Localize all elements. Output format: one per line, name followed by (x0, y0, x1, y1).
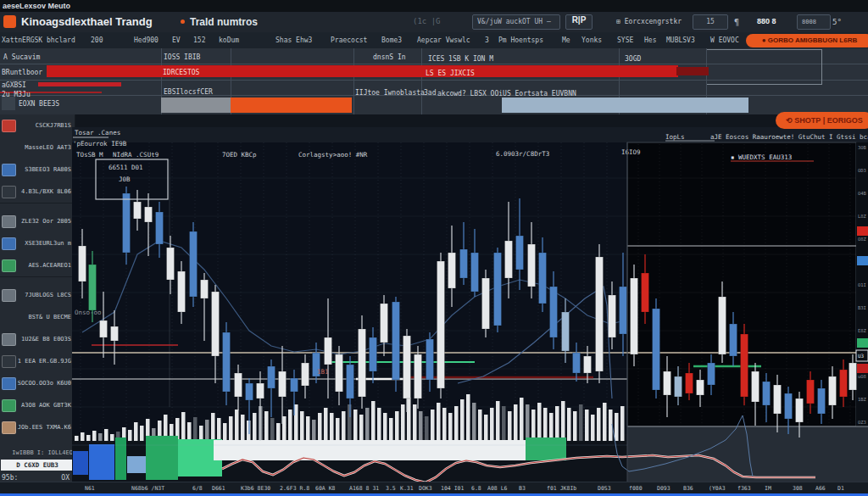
panel-cell-text: dnsnS In (373, 53, 406, 61)
volume-bar (98, 433, 103, 441)
x-axis-label: D093 (657, 485, 670, 492)
watchlist-item[interactable]: A3O8 AOK GBT3K (0, 394, 75, 416)
watchlist-item[interactable]: 1U2&E B8 E0O3S (0, 328, 75, 350)
x-axis-label: D1 (837, 485, 844, 492)
chart-label: 7OED KBCp (222, 151, 257, 159)
app-logo-icon[interactable] (3, 15, 16, 28)
toolbar-item[interactable]: XattnERGSK bhclard (2, 36, 75, 44)
volume-bar (526, 404, 530, 441)
candle-body (460, 249, 468, 278)
volume-bar (442, 408, 447, 441)
counter-2: 8008 (797, 14, 831, 30)
toolbar-item[interactable]: 3 (485, 36, 489, 44)
toolbar-item[interactable]: Hed900 (134, 36, 159, 44)
volume-bar (86, 435, 91, 441)
green-symbol-icon (2, 259, 16, 272)
toolbar-item[interactable]: Aepcar Vwswlc (417, 36, 470, 44)
candle-body (752, 371, 760, 402)
volume-bar (359, 415, 364, 441)
volume-bar (253, 413, 257, 441)
toolbar-item[interactable]: Yonks (581, 36, 602, 44)
oscillator-block (214, 440, 526, 460)
volume-bar (264, 411, 269, 441)
candle-body (763, 382, 771, 405)
watchlist-item[interactable]: BST& U BECME (0, 306, 75, 328)
account-dropdown[interactable]: V&/juW auckOT UH — (472, 14, 560, 30)
extension-label[interactable]: ⊞ Eorcxcengrstkr (616, 18, 682, 25)
volume-bar (478, 410, 482, 441)
volume-bar (181, 412, 186, 441)
toolbar-item[interactable]: Bome3 (381, 36, 402, 44)
watchlist-item[interactable]: 1 EEA ER.GB.9JG (0, 350, 75, 372)
x-axis-label: B3 (519, 485, 526, 492)
watchlist-item[interactable]: ZLE32 Oor 2805 (0, 210, 75, 232)
watchlist-item[interactable]: CSCKJ7RB1S (0, 114, 75, 137)
volume-bar (407, 398, 411, 441)
x-axis-label: (Y0A3 (709, 485, 726, 492)
volume-bar (437, 403, 441, 441)
secondary-cta-button[interactable]: ⟲ SHOTP | EORIGOS (776, 112, 868, 129)
watchlist-item[interactable]: AES.ACEAREO1 (0, 254, 75, 276)
toolbar-item[interactable]: Pm Hoentsps (498, 36, 543, 44)
toolbar-item[interactable]: 152 (193, 36, 205, 44)
dark-symbol-icon (2, 355, 16, 368)
candle-body (347, 365, 354, 398)
toolbar-item[interactable]: MUBLSV3 (666, 36, 695, 44)
paragraph-icon[interactable]: ¶ (734, 18, 739, 27)
volume-bar (573, 411, 577, 441)
candle-body (796, 398, 804, 422)
volume-bar (288, 410, 292, 441)
watchlist-item[interactable]: 7JU8LOGS L8CS (0, 284, 75, 306)
candle-body (381, 304, 388, 343)
x-axis-label: 6.8 (471, 485, 481, 492)
stat-label: 95b: (2, 474, 18, 482)
rp-button[interactable]: R|P (565, 14, 593, 30)
y-axis-label: uO8 (858, 374, 866, 379)
toolbar-item[interactable]: 200 (91, 36, 103, 44)
chart-label: ▪ WUEDXTS EAU313 (731, 153, 792, 161)
toolbar-item[interactable]: W EOVOC (710, 36, 739, 44)
sidebar-stats: 95b: OX (2, 474, 70, 482)
menubar: KinoagsdIexthael Trandg Trald numtros (1… (0, 12, 868, 33)
watchlist-item-label: MasseLEO AAT3 (14, 144, 75, 151)
number-box[interactable]: 15 (693, 14, 728, 30)
toolbar-item[interactable]: Hes (644, 36, 656, 44)
y-axis-label: E8Z (858, 328, 867, 333)
selected-symbol-row[interactable]: D C6XD EUB3 (1, 460, 74, 471)
watchlist-item[interactable]: 4.B3L/BXK 8L06 (0, 181, 75, 203)
volume-bar (312, 420, 316, 441)
watchlist-item[interactable]: S3BEEO3 RA80S (0, 159, 75, 181)
primary-cta-button[interactable]: ● GORBO AMIGBBUGN L6RB (746, 34, 868, 47)
menubar-icons[interactable]: (1c |G (413, 17, 441, 25)
window-titlebar: aeseLexsov Meuto (0, 0, 868, 12)
watchlist-item[interactable]: XSE3EURL3un m (0, 232, 75, 254)
tan-symbol-icon (2, 421, 16, 434)
x-axis-label: D0S3 (598, 485, 611, 492)
oscillator-block (115, 437, 126, 480)
toolbar-item[interactable]: SYSE (617, 36, 633, 44)
watchlist-item[interactable]: MasseLEO AAT3 (0, 137, 75, 159)
toolbar-item[interactable]: koDum (219, 36, 239, 44)
chart-canvas[interactable]: Tosar .Canes'pEourrok IE9BTOsSB MNIdRA .… (72, 127, 868, 482)
oscillator-block (127, 456, 146, 473)
toolbar-item[interactable]: Shas Ehw3 (275, 36, 312, 44)
candle-body (785, 393, 793, 419)
y-axis-label: L8Z (858, 214, 867, 219)
toolbar-item[interactable]: Praecocst (331, 36, 367, 44)
toolbar-item[interactable]: Me (562, 36, 570, 44)
x-axis-label: 60A K8 (315, 485, 335, 492)
watchlist-item[interactable]: JOb.EES TXMA.K6 (0, 416, 75, 438)
oscillator-right-panel (627, 426, 868, 482)
progress-bar (676, 67, 709, 75)
watchlist-item-label: BST& U BECME (14, 314, 75, 320)
watchlist-item[interactable]: SOCOO.OO3o K6U0 (0, 372, 75, 394)
x-axis-label: IM (765, 485, 771, 492)
counter-3: 5° (832, 18, 842, 26)
volume-bar (348, 404, 352, 441)
volume-bar (466, 394, 470, 441)
progress-bar (2, 97, 15, 110)
panel-cell-text: aGXBSI (2, 81, 26, 89)
toolbar-item[interactable]: EV (172, 36, 181, 44)
volume-bar (431, 410, 435, 441)
progress-bar (502, 98, 748, 113)
